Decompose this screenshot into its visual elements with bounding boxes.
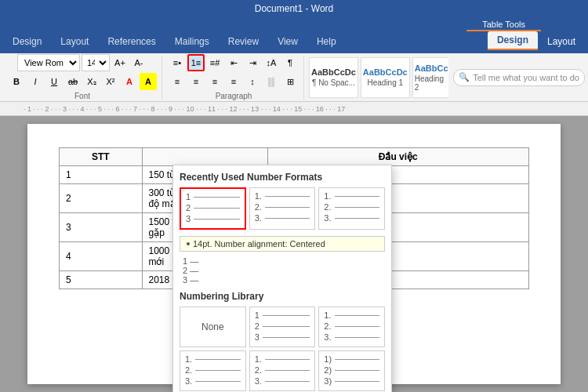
bullets-btn[interactable]: ≡• [169,54,186,71]
format-line: 3 [186,214,240,223]
subscript-btn[interactable]: X₂ [83,73,100,90]
tooltip-text: 14pt. Number alignment: Centered [193,239,325,249]
format-tooltip: 14pt. Number alignment: Centered [180,236,385,252]
style-heading2-preview: AaBbCc [415,64,448,73]
table-cell-stt: 3 [60,213,143,242]
align-right-btn[interactable]: ≡ [206,73,223,90]
preview-rows: 1 — 2 — 3 — [180,256,385,285]
format-cell-3[interactable]: 1. 2. 3. [318,187,385,230]
font-color-btn[interactable]: A [121,73,138,90]
style-no-spacing[interactable]: AaBbCcDc ¶ No Spac... [309,57,358,98]
search-icon: 🔍 [459,72,470,82]
italic-btn[interactable]: I [27,73,44,90]
style-heading1-preview: AaBbCcDc [363,67,408,77]
numbering-btn[interactable]: 1≡ [187,54,205,71]
format-line: 1. [324,310,379,320]
library-cell-5[interactable]: 1) 2) 3) [318,350,385,391]
justify-btn[interactable]: ≡ [225,73,242,90]
format-line: 2. [185,365,241,375]
format-line: 3. [185,376,241,386]
format-line: 2. [324,202,379,212]
font-section-label: Font [74,92,90,100]
table-header-stt: STT [60,148,143,166]
format-line: 1. [185,354,241,364]
decrease-indent-btn[interactable]: ⇤ [225,54,242,71]
format-line: 2 [186,203,240,212]
library-cell-2[interactable]: 1. 2. 3. [318,307,385,347]
table-cell-stt: 4 [60,242,143,271]
font-family-select[interactable]: View Roma [17,54,80,71]
underline-btn[interactable]: U [45,73,63,90]
library-cell-3[interactable]: 1. 2. 3. [180,350,246,391]
show-hide-btn[interactable]: ¶ [281,54,299,71]
paragraph-section-label: Paragraph [216,92,252,100]
table-cell-stt: 2 [60,184,143,213]
format-line: 1 [255,310,310,320]
numbering-library-title: Numbering Library [180,291,385,302]
tab-references[interactable]: References [98,33,165,50]
multilevel-btn[interactable]: ≡# [206,54,223,71]
increase-indent-btn[interactable]: ⇥ [244,54,261,71]
format-line: 2. [255,365,310,375]
style-heading1[interactable]: AaBbCcDc Heading 1 [361,57,410,98]
font-size-select[interactable]: 14 [82,54,110,71]
format-line: 1) [324,354,379,364]
none-label: None [201,321,224,332]
format-cell-1[interactable]: 1 2 3 [180,187,246,230]
title-bar: Document1 - Word [0,0,588,17]
align-left-btn[interactable]: ≡ [169,73,186,90]
format-line: 2. [324,321,379,331]
numbering-library-grid: None 1 2 3 1. 2. 3. 1. 2. 3. 1. 2. 3. [180,307,385,392]
format-line: 1 [186,192,240,201]
recently-used-grid: 1 2 3 1. 2. 3. 1. 2. 3. [180,187,385,230]
style-heading1-label: Heading 1 [367,78,403,87]
line-spacing-btn[interactable]: ↕ [244,73,261,90]
decrease-font-btn[interactable]: A- [130,54,147,71]
title-text: Document1 - Word [255,3,333,14]
increase-font-btn[interactable]: A+ [111,54,129,71]
none-cell[interactable]: None [180,307,246,347]
table-cell-stt: 1 [60,166,143,184]
borders-btn[interactable]: ⊞ [281,73,299,90]
format-line: 1. [255,354,310,364]
tab-review[interactable]: Review [219,33,268,50]
ribbon-section-styles: AaBbCcDc ¶ No Spac... AaBbCcDc Heading 1… [306,56,448,100]
sort-btn[interactable]: ↕A [263,54,280,71]
format-line: 2 [255,321,310,331]
format-line: 3. [255,213,310,223]
shading-btn[interactable]: ░ [263,73,280,90]
ribbon-section-paragraph: ≡• 1≡ ≡# ⇤ ⇥ ↕A ¶ ≡ ≡ ≡ ≡ ↕ ░ ⊞ Paragrap… [164,56,304,100]
style-heading2[interactable]: AaBbCc Heading 2 [412,57,449,98]
superscript-btn[interactable]: X² [102,73,119,90]
tab-mailings[interactable]: Mailings [165,33,219,50]
tab-layout-main[interactable]: Layout [51,33,98,50]
style-no-spacing-preview: AaBbCcDc [311,67,356,77]
ribbon-section-font: View Roma 14 A+ A- B I U ab X₂ X² A A Fo… [3,56,162,100]
format-line: 2. [255,202,310,212]
highlight-btn[interactable]: A [140,73,157,90]
tab-layout-table[interactable]: Layout [538,33,585,50]
tell-me-input[interactable]: 🔍 Tell me what you want to do [453,69,585,86]
tab-design-table[interactable]: Design [488,31,538,50]
format-line: 3 [255,332,310,342]
ribbon: View Roma 14 A+ A- B I U ab X₂ X² A A Fo… [0,53,588,102]
format-line: 2) [324,365,379,375]
ruler: · 1 · · · 2 · · · 3 · · · 4 · · · 5 · · … [0,102,588,116]
numbering-dropdown: Recently Used Number Formats 1 2 3 1. 2.… [172,165,392,392]
style-no-spacing-label: ¶ No Spac... [312,78,355,87]
align-center-btn[interactable]: ≡ [187,73,205,90]
table-header-content [142,148,267,166]
tab-help[interactable]: Help [307,33,346,50]
bold-btn[interactable]: B [8,73,25,90]
tab-view[interactable]: View [268,33,307,50]
format-line: 1. [255,191,310,201]
format-cell-2[interactable]: 1. 2. 3. [249,187,316,230]
format-line: 3. [324,213,379,223]
library-cell-1[interactable]: 1 2 3 [249,307,316,347]
format-line: 3) [324,376,379,386]
strikethrough-btn[interactable]: ab [64,73,82,90]
tab-design-main[interactable]: Design [3,33,51,50]
tell-me-text: Tell me what you want to do [473,73,579,82]
library-cell-4[interactable]: 1. 2. 3. [249,350,316,391]
style-heading2-label: Heading 2 [415,74,448,92]
